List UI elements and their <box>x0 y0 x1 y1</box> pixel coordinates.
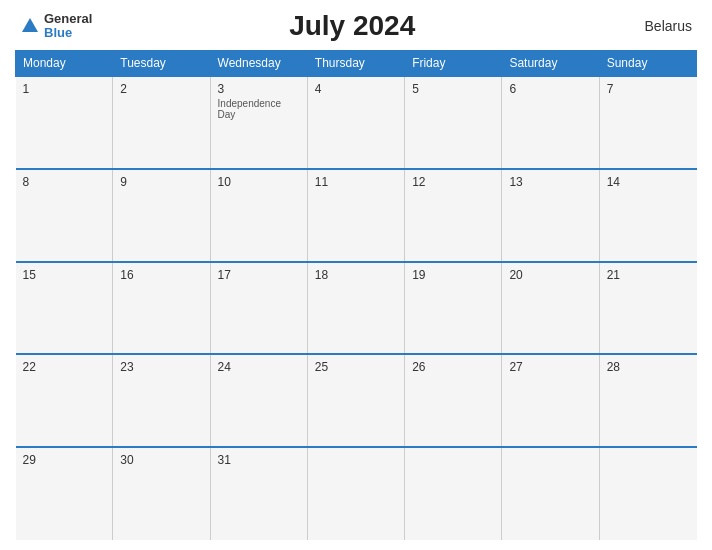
day-cell: 14 <box>599 169 696 262</box>
col-tuesday: Tuesday <box>113 51 210 77</box>
col-thursday: Thursday <box>307 51 404 77</box>
calendar-country: Belarus <box>612 18 692 34</box>
day-number: 17 <box>218 268 300 282</box>
day-cell: 27 <box>502 354 599 447</box>
logo-icon <box>20 16 40 36</box>
day-cell <box>405 447 502 540</box>
day-number: 4 <box>315 82 397 96</box>
day-cell: 28 <box>599 354 696 447</box>
calendar-container: General Blue July 2024 Belarus Monday Tu… <box>0 0 712 550</box>
day-cell: 17 <box>210 262 307 355</box>
calendar-title: July 2024 <box>92 10 612 42</box>
day-cell: 31 <box>210 447 307 540</box>
day-cell: 6 <box>502 76 599 169</box>
week-row-4: 22232425262728 <box>16 354 697 447</box>
day-number: 26 <box>412 360 494 374</box>
day-number: 9 <box>120 175 202 189</box>
day-cell: 10 <box>210 169 307 262</box>
day-cell <box>502 447 599 540</box>
day-number: 21 <box>607 268 690 282</box>
day-cell: 5 <box>405 76 502 169</box>
day-cell: 16 <box>113 262 210 355</box>
day-cell: 30 <box>113 447 210 540</box>
day-number: 3 <box>218 82 300 96</box>
day-number: 29 <box>23 453 106 467</box>
calendar-table: Monday Tuesday Wednesday Thursday Friday… <box>15 50 697 540</box>
day-cell: 18 <box>307 262 404 355</box>
day-number: 16 <box>120 268 202 282</box>
day-cell: 2 <box>113 76 210 169</box>
day-cell: 21 <box>599 262 696 355</box>
day-cell: 11 <box>307 169 404 262</box>
day-number: 5 <box>412 82 494 96</box>
day-number: 19 <box>412 268 494 282</box>
day-number: 11 <box>315 175 397 189</box>
week-row-3: 15161718192021 <box>16 262 697 355</box>
day-number: 14 <box>607 175 690 189</box>
day-cell: 12 <box>405 169 502 262</box>
day-number: 25 <box>315 360 397 374</box>
day-cell: 15 <box>16 262 113 355</box>
day-number: 27 <box>509 360 591 374</box>
calendar-body: 123Independence Day456789101112131415161… <box>16 76 697 540</box>
day-cell: 20 <box>502 262 599 355</box>
day-number: 31 <box>218 453 300 467</box>
day-cell <box>599 447 696 540</box>
col-monday: Monday <box>16 51 113 77</box>
day-number: 6 <box>509 82 591 96</box>
day-cell: 26 <box>405 354 502 447</box>
day-number: 28 <box>607 360 690 374</box>
day-number: 12 <box>412 175 494 189</box>
col-friday: Friday <box>405 51 502 77</box>
day-number: 30 <box>120 453 202 467</box>
col-sunday: Sunday <box>599 51 696 77</box>
day-cell: 13 <box>502 169 599 262</box>
day-cell <box>307 447 404 540</box>
day-cell: 8 <box>16 169 113 262</box>
logo-general-text: General <box>44 12 92 26</box>
day-number: 1 <box>23 82 106 96</box>
week-row-2: 891011121314 <box>16 169 697 262</box>
holiday-name: Independence Day <box>218 98 300 120</box>
day-number: 8 <box>23 175 106 189</box>
day-number: 2 <box>120 82 202 96</box>
week-row-5: 293031 <box>16 447 697 540</box>
day-cell: 25 <box>307 354 404 447</box>
calendar-thead: Monday Tuesday Wednesday Thursday Friday… <box>16 51 697 77</box>
day-cell: 23 <box>113 354 210 447</box>
logo: General Blue <box>20 12 92 41</box>
day-cell: 29 <box>16 447 113 540</box>
col-saturday: Saturday <box>502 51 599 77</box>
day-cell: 24 <box>210 354 307 447</box>
day-number: 23 <box>120 360 202 374</box>
svg-marker-0 <box>22 18 38 32</box>
day-cell: 3Independence Day <box>210 76 307 169</box>
day-cell: 9 <box>113 169 210 262</box>
day-number: 7 <box>607 82 690 96</box>
day-number: 15 <box>23 268 106 282</box>
day-number: 18 <box>315 268 397 282</box>
day-cell: 19 <box>405 262 502 355</box>
day-number: 22 <box>23 360 106 374</box>
logo-text: General Blue <box>44 12 92 41</box>
week-row-1: 123Independence Day4567 <box>16 76 697 169</box>
day-cell: 22 <box>16 354 113 447</box>
day-cell: 4 <box>307 76 404 169</box>
day-number: 24 <box>218 360 300 374</box>
logo-blue-text: Blue <box>44 26 92 40</box>
day-cell: 1 <box>16 76 113 169</box>
day-number: 10 <box>218 175 300 189</box>
header-row: Monday Tuesday Wednesday Thursday Friday… <box>16 51 697 77</box>
calendar-header: General Blue July 2024 Belarus <box>15 10 697 42</box>
col-wednesday: Wednesday <box>210 51 307 77</box>
day-number: 13 <box>509 175 591 189</box>
day-number: 20 <box>509 268 591 282</box>
day-cell: 7 <box>599 76 696 169</box>
